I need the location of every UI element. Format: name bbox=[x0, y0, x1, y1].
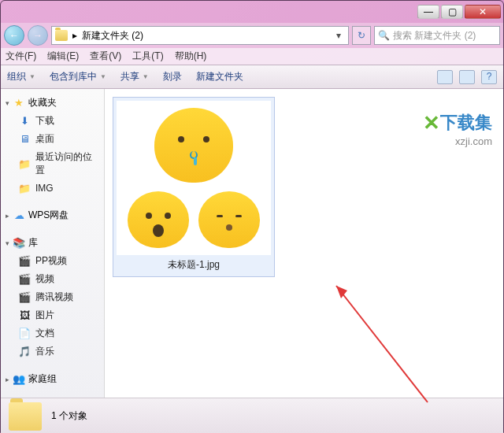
address-sep: ▸ bbox=[72, 30, 77, 41]
address-dropdown[interactable]: ▾ bbox=[332, 30, 345, 41]
folder-icon bbox=[55, 30, 68, 41]
watermark-logo-icon: ✕ bbox=[423, 111, 440, 135]
tb-share[interactable]: 共享 ▼ bbox=[120, 70, 149, 83]
video-icon: 🎬 bbox=[18, 273, 31, 286]
help-button[interactable]: ? bbox=[481, 70, 497, 84]
close-button[interactable]: ✕ bbox=[465, 5, 501, 19]
toolbar-right: ? bbox=[437, 70, 497, 84]
menu-bar: 文件(F) 编辑(E) 查看(V) 工具(T) 帮助(H) bbox=[1, 48, 503, 65]
sidebar-libraries-head[interactable]: ▾📚库 bbox=[1, 234, 104, 252]
forward-icon: → bbox=[33, 30, 43, 41]
view-options-button[interactable] bbox=[437, 70, 453, 84]
forward-button[interactable]: → bbox=[28, 25, 48, 46]
address-path: 新建文件夹 (2) bbox=[82, 29, 143, 43]
sidebar-item-downloads[interactable]: ⬇下载 bbox=[1, 112, 104, 130]
annotation-arrow bbox=[325, 276, 435, 410]
chevron-right-icon: ▸ bbox=[6, 212, 9, 220]
sidebar-favorites-head[interactable]: ▾★收藏夹 bbox=[1, 94, 104, 112]
menu-view[interactable]: 查看(V) bbox=[90, 50, 121, 63]
sidebar-item-desktop[interactable]: 🖥桌面 bbox=[1, 130, 104, 148]
toolbar: 组织 ▼ 包含到库中 ▼ 共享 ▼ 刻录 新建文件夹 ? bbox=[1, 65, 503, 89]
file-thumbnail[interactable]: 未标题-1.jpg bbox=[113, 97, 275, 277]
sidebar-item-music[interactable]: 🎵音乐 bbox=[1, 342, 104, 361]
folder-icon: 📁 bbox=[18, 182, 31, 194]
sidebar-homegroup: ▸👥家庭组 bbox=[1, 370, 104, 388]
music-icon: 🎵 bbox=[18, 346, 31, 358]
search-placeholder: 搜索 新建文件夹 (2) bbox=[393, 29, 476, 43]
tb-organize[interactable]: 组织 ▼ bbox=[7, 70, 35, 83]
maximize-icon: ▢ bbox=[448, 6, 457, 17]
address-bar[interactable]: ▸ 新建文件夹 (2) ▾ bbox=[51, 26, 349, 45]
chevron-right-icon: ▸ bbox=[6, 376, 9, 383]
file-name: 未标题-1.jpg bbox=[117, 255, 271, 273]
video-icon: 🎬 bbox=[18, 255, 31, 268]
thumbnail-image bbox=[117, 101, 271, 255]
svg-line-0 bbox=[336, 286, 428, 402]
svg-marker-1 bbox=[336, 286, 347, 298]
emoji-surprised bbox=[128, 191, 189, 248]
window-titlebar: — ▢ ✕ bbox=[1, 1, 503, 23]
watermark: ✕下载集 xzji.com bbox=[423, 111, 492, 147]
sidebar-item-img[interactable]: 📁IMG bbox=[1, 179, 104, 197]
video-icon: 🎬 bbox=[18, 291, 31, 304]
watermark-brand: 下载集 bbox=[440, 113, 492, 132]
back-button[interactable]: ← bbox=[4, 25, 24, 46]
nav-bar: ← → ▸ 新建文件夹 (2) ▾ ↻ 🔍 搜索 新建文件夹 (2) bbox=[1, 23, 503, 48]
menu-tools[interactable]: 工具(T) bbox=[132, 50, 163, 63]
chevron-down-icon: ▾ bbox=[6, 99, 9, 107]
menu-file[interactable]: 文件(F) bbox=[6, 50, 36, 63]
chevron-down-icon: ▾ bbox=[6, 239, 9, 247]
documents-icon: 📄 bbox=[18, 328, 31, 340]
pictures-icon: 🖼 bbox=[18, 309, 31, 322]
file-list-pane[interactable]: 未标题-1.jpg ✕下载集 xzji.com bbox=[105, 89, 503, 398]
sidebar-item-tencent[interactable]: 🎬腾讯视频 bbox=[1, 288, 104, 306]
close-icon: ✕ bbox=[479, 6, 487, 17]
menu-help[interactable]: 帮助(H) bbox=[175, 50, 207, 63]
emoji-drool bbox=[154, 108, 233, 183]
search-icon: 🔍 bbox=[378, 30, 390, 41]
sidebar-item-documents[interactable]: 📄文档 bbox=[1, 324, 104, 342]
sidebar-wps: ▸☁WPS网盘 bbox=[1, 206, 104, 224]
status-folder-icon bbox=[9, 402, 42, 431]
tb-burn[interactable]: 刻录 bbox=[163, 70, 182, 83]
back-icon: ← bbox=[9, 30, 19, 41]
library-icon: 📚 bbox=[13, 237, 25, 250]
sidebar-item-ppvideo[interactable]: 🎬PP视频 bbox=[1, 252, 104, 270]
refresh-button[interactable]: ↻ bbox=[352, 26, 371, 45]
sidebar-wps-head[interactable]: ▸☁WPS网盘 bbox=[1, 206, 104, 224]
explorer-window: — ▢ ✕ ← → ▸ 新建文件夹 (2) ▾ ↻ 🔍 搜索 新建文件夹 (2)… bbox=[0, 0, 504, 433]
watermark-url: xzji.com bbox=[423, 135, 492, 147]
explorer-body: ▾★收藏夹 ⬇下载 🖥桌面 📁最近访问的位置 📁IMG ▸☁WPS网盘 ▾📚库 … bbox=[1, 89, 503, 398]
tb-newfolder[interactable]: 新建文件夹 bbox=[196, 70, 243, 83]
status-count: 1 个对象 bbox=[51, 409, 87, 423]
download-icon: ⬇ bbox=[18, 115, 31, 128]
sidebar-item-recent[interactable]: 📁最近访问的位置 bbox=[1, 148, 104, 179]
minimize-button[interactable]: — bbox=[417, 5, 439, 19]
sidebar-item-pictures[interactable]: 🖼图片 bbox=[1, 306, 104, 324]
refresh-icon: ↻ bbox=[358, 30, 365, 41]
homegroup-icon: 👥 bbox=[13, 373, 25, 386]
search-input[interactable]: 🔍 搜索 新建文件夹 (2) bbox=[374, 26, 500, 45]
emoji-annoyed bbox=[198, 191, 260, 248]
sidebar-item-video[interactable]: 🎬视频 bbox=[1, 270, 104, 288]
preview-pane-button[interactable] bbox=[459, 70, 475, 84]
sidebar-libraries: ▾📚库 🎬PP视频 🎬视频 🎬腾讯视频 🖼图片 📄文档 🎵音乐 bbox=[1, 234, 104, 361]
sidebar-favorites: ▾★收藏夹 ⬇下载 🖥桌面 📁最近访问的位置 📁IMG bbox=[1, 94, 104, 197]
recent-icon: 📁 bbox=[18, 157, 31, 170]
tb-include[interactable]: 包含到库中 ▼ bbox=[50, 70, 106, 83]
minimize-icon: — bbox=[424, 6, 433, 17]
menu-edit[interactable]: 编辑(E) bbox=[47, 50, 79, 63]
cloud-icon: ☁ bbox=[13, 209, 25, 222]
desktop-icon: 🖥 bbox=[18, 133, 31, 146]
status-bar: 1 个对象 bbox=[1, 398, 503, 433]
navigation-pane: ▾★收藏夹 ⬇下载 🖥桌面 📁最近访问的位置 📁IMG ▸☁WPS网盘 ▾📚库 … bbox=[1, 89, 105, 398]
maximize-button[interactable]: ▢ bbox=[441, 5, 463, 19]
star-icon: ★ bbox=[13, 97, 25, 109]
sidebar-homegroup-head[interactable]: ▸👥家庭组 bbox=[1, 370, 104, 388]
